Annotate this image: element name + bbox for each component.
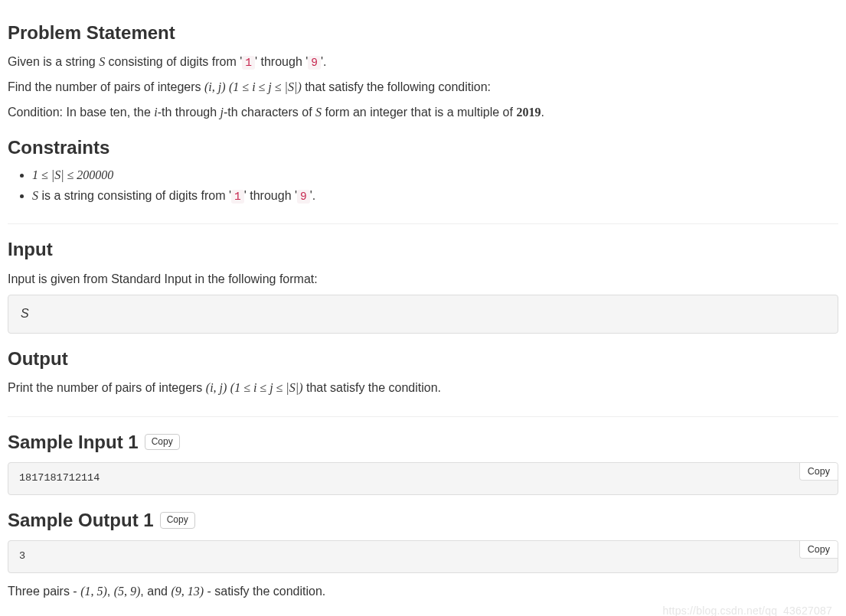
sample-output-block: Copy 3 (8, 540, 838, 573)
divider (8, 223, 838, 224)
text: that satisfy the following condition: (302, 80, 491, 93)
text: consisting of digits from (105, 55, 240, 68)
problem-paragraph-3: Condition: In base ten, the i-th through… (8, 103, 838, 122)
text: Find the number of pairs of integers (8, 80, 204, 93)
text: through (247, 189, 295, 202)
constraint-item: S is a string consisting of digits from … (32, 187, 838, 206)
problem-paragraph-1: Given is a string S consisting of digits… (8, 53, 838, 72)
input-description: Input is given from Standard Input in th… (8, 270, 838, 289)
watermark-text: https://blog.csdn.net/qq_43627087 (663, 603, 832, 616)
code-literal: 1 (242, 56, 255, 70)
math-expr: (5, 9) (114, 585, 141, 598)
sample-output-value: 3 (19, 550, 25, 562)
text: , and (140, 585, 171, 598)
constraint-item: 1 ≤ |S| ≤ 200000 (32, 166, 838, 185)
text: Given is a string (8, 55, 99, 68)
math-expr: (i, j) (206, 381, 227, 394)
text: through (257, 55, 305, 68)
math-number: 2019 (516, 106, 541, 119)
copy-button[interactable]: Copy (145, 434, 180, 450)
math-expr: (9, 13) (171, 585, 204, 598)
math-var-s: S (32, 189, 38, 202)
divider (8, 416, 838, 417)
math-expr: (1 ≤ i ≤ j ≤ |S|) (230, 381, 303, 394)
math-expr: (1 ≤ i ≤ j ≤ |S|) (229, 80, 302, 93)
problem-statement-heading: Problem Statement (8, 18, 838, 47)
text: . (323, 55, 326, 68)
sample-input-section: Sample Input 1 Copy Copy 1817181712114 (8, 428, 838, 495)
text: is a string consisting of digits from (38, 189, 229, 202)
sample-input-heading: Sample Input 1 (8, 428, 139, 456)
text: Print the number of pairs of integers (8, 381, 206, 394)
math-var-s: S (99, 55, 105, 68)
input-format-text: S (21, 307, 29, 320)
input-heading: Input (8, 235, 838, 263)
copy-button[interactable]: Copy (799, 541, 838, 559)
text: that satisfy the condition. (302, 381, 441, 394)
constraints-section: Constraints 1 ≤ |S| ≤ 200000 S is a stri… (8, 133, 838, 206)
sample-input-block: Copy 1817181712114 (8, 462, 838, 495)
sample-explanation: Three pairs - (1, 5), (5, 9), and (9, 13… (8, 582, 838, 601)
constraints-list: 1 ≤ |S| ≤ 200000 S is a string consistin… (8, 166, 838, 206)
output-section: Output Print the number of pairs of inte… (8, 344, 838, 398)
problem-paragraph-2: Find the number of pairs of integers (i,… (8, 78, 838, 97)
math-expr: 1 ≤ |S| ≤ 200000 (32, 168, 113, 181)
problem-statement-section: Problem Statement Given is a string S co… (8, 18, 838, 122)
text: form an integer that is a multiple of (322, 106, 516, 119)
text: Condition: In base ten, the (8, 106, 154, 119)
constraints-heading: Constraints (8, 133, 838, 161)
text: -th characters of (224, 106, 315, 119)
text: , (107, 585, 114, 598)
sample-input-header-row: Sample Input 1 Copy (8, 428, 838, 456)
text: -th through (158, 106, 220, 119)
sample-input-value: 1817181712114 (19, 472, 100, 484)
math-expr: (i, j) (204, 80, 226, 93)
text: . (541, 106, 544, 119)
input-section: Input Input is given from Standard Input… (8, 235, 838, 334)
code-literal: 1 (231, 190, 244, 204)
input-format-block: S (8, 295, 838, 334)
sample-output-header-row: Sample Output 1 Copy (8, 506, 838, 534)
copy-button[interactable]: Copy (799, 463, 838, 481)
output-description: Print the number of pairs of integers (i… (8, 379, 838, 398)
output-heading: Output (8, 344, 838, 373)
sample-output-heading: Sample Output 1 (8, 506, 154, 534)
math-var-s: S (315, 106, 322, 119)
sample-output-section: Sample Output 1 Copy Copy 3 Three pairs … (8, 506, 838, 601)
text: - satisfy the condition. (204, 585, 325, 598)
text: Three pairs - (8, 585, 80, 598)
code-literal: 9 (308, 56, 321, 70)
copy-button[interactable]: Copy (160, 512, 195, 528)
code-literal: 9 (297, 190, 310, 204)
text: . (312, 189, 315, 202)
math-expr: (1, 5) (80, 585, 107, 598)
